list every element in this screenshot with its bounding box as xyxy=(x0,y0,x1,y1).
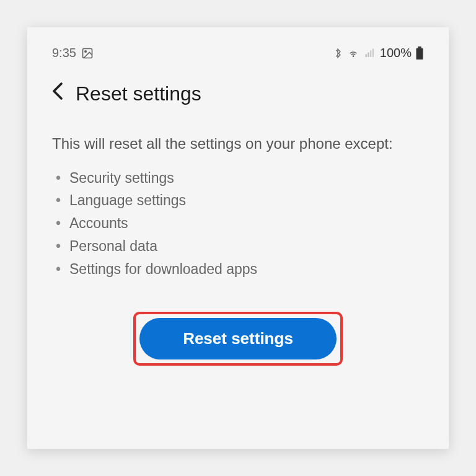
list-item: Language settings xyxy=(69,189,424,212)
bluetooth-icon xyxy=(333,47,343,60)
battery-icon xyxy=(415,46,424,60)
status-time: 9:35 xyxy=(52,46,76,60)
page-header: Reset settings xyxy=(52,82,424,105)
battery-percent: 100% xyxy=(380,46,412,60)
exception-list: Security settings Language settings Acco… xyxy=(52,167,424,281)
status-bar: 9:35 xyxy=(52,46,424,60)
image-icon xyxy=(81,47,94,60)
page-title: Reset settings xyxy=(76,82,201,105)
highlight-annotation: Reset settings xyxy=(133,312,343,366)
svg-rect-4 xyxy=(370,50,371,57)
status-bar-left: 9:35 xyxy=(52,46,94,60)
reset-settings-button[interactable]: Reset settings xyxy=(139,318,337,359)
svg-rect-5 xyxy=(372,48,374,57)
signal-icon xyxy=(364,48,376,59)
button-container: Reset settings xyxy=(52,312,424,366)
list-item: Accounts xyxy=(69,212,424,235)
list-item: Personal data xyxy=(69,235,424,258)
wifi-icon xyxy=(346,48,360,59)
status-bar-right: 100% xyxy=(333,46,424,60)
svg-rect-7 xyxy=(416,48,423,59)
reset-description: This will reset all the settings on your… xyxy=(52,133,424,154)
svg-rect-3 xyxy=(368,52,369,57)
list-item: Settings for downloaded apps xyxy=(69,258,424,281)
back-button[interactable] xyxy=(52,82,63,105)
svg-rect-6 xyxy=(418,46,421,48)
list-item: Security settings xyxy=(69,167,424,190)
svg-rect-2 xyxy=(365,54,366,57)
svg-point-1 xyxy=(85,50,87,52)
phone-screen: 9:35 xyxy=(27,27,449,449)
